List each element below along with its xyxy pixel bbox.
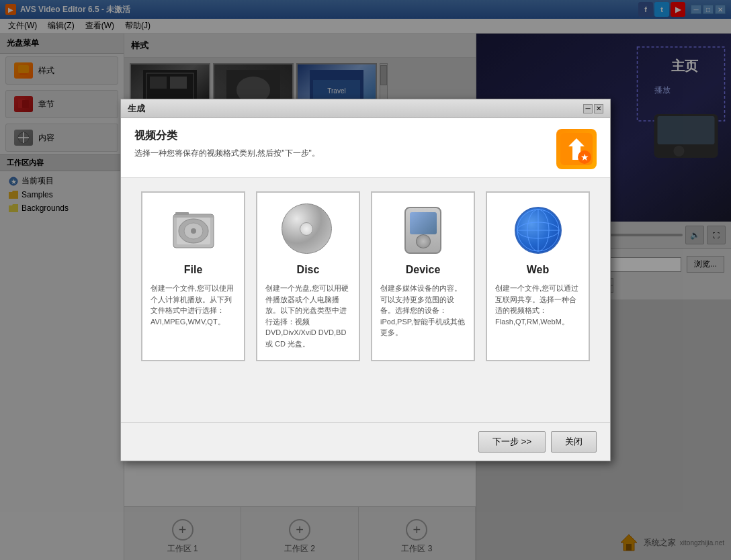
web-option-icon (511, 203, 565, 257)
modal-header-text: 视频分类 选择一种您将保存的视频格式类别,然后按"下一步"。 (134, 129, 546, 160)
device-option-desc: 创建多媒体设备的内容。可以支持更多范围的设备。选择您的设备：iPod,PSP,智… (380, 283, 466, 338)
modal-header-desc: 选择一种您将保存的视频格式类别,然后按"下一步"。 (134, 147, 546, 160)
modal-dialog: 生成 ─ ✕ 视频分类 选择一种您将保存的视频格式类别,然后按"下一步"。 ★ (120, 99, 611, 461)
option-card-file[interactable]: File 创建一个文件,您可以使用个人计算机播放。从下列文件格式中进行选择：AV… (141, 191, 245, 361)
device-option-label: Device (406, 264, 441, 276)
option-card-device[interactable]: Device 创建多媒体设备的内容。可以支持更多范围的设备。选择您的设备：iPo… (371, 191, 475, 361)
disc-option-label: Disc (297, 264, 320, 276)
modal-body: File 创建一个文件,您可以使用个人计算机播放。从下列文件格式中进行选择：AV… (121, 178, 610, 422)
option-card-web[interactable]: Web 创建一个文件,您可以通过互联网共享。选择一种合适的视频格式：Flash,… (486, 191, 590, 361)
modal-overlay: 生成 ─ ✕ 视频分类 选择一种您将保存的视频格式类别,然后按"下一步"。 ★ (0, 0, 731, 560)
modal-close-action-button[interactable]: 关闭 (551, 431, 597, 453)
modal-close-btns: ─ ✕ (583, 104, 603, 113)
device-option-icon (396, 203, 450, 257)
file-option-desc: 创建一个文件,您可以使用个人计算机播放。从下列文件格式中进行选择：AVI,MPE… (150, 283, 236, 327)
option-cards: File 创建一个文件,您可以使用个人计算机播放。从下列文件格式中进行选择：AV… (134, 191, 597, 361)
modal-header: 视频分类 选择一种您将保存的视频格式类别,然后按"下一步"。 ★ (121, 118, 610, 178)
modal-header-icon: ★ (556, 129, 597, 169)
next-button[interactable]: 下一步 >> (478, 431, 546, 453)
modal-minimize-btn[interactable]: ─ (583, 104, 593, 113)
modal-close-btn[interactable]: ✕ (594, 104, 603, 113)
modal-footer: 下一步 >> 关闭 (121, 422, 610, 461)
web-option-desc: 创建一个文件,您可以通过互联网共享。选择一种合适的视频格式：Flash,QT,R… (495, 283, 580, 327)
modal-title: 生成 (128, 103, 145, 115)
modal-header-title: 视频分类 (134, 129, 546, 143)
disc-option-desc: 创建一个光盘,您可以用硬件播放器或个人电脑播放。以下的光盘类型中进行选择：视频 … (265, 283, 351, 349)
web-option-label: Web (527, 264, 549, 276)
svg-point-50 (191, 228, 196, 234)
modal-title-bar: 生成 ─ ✕ (121, 99, 610, 118)
svg-rect-52 (174, 215, 213, 218)
option-card-disc[interactable]: Disc 创建一个光盘,您可以用硬件播放器或个人电脑播放。以下的光盘类型中进行选… (256, 191, 360, 361)
disc-option-icon (282, 203, 335, 257)
file-option-label: File (184, 264, 203, 276)
svg-text:★: ★ (580, 152, 589, 162)
file-option-icon (167, 203, 220, 257)
